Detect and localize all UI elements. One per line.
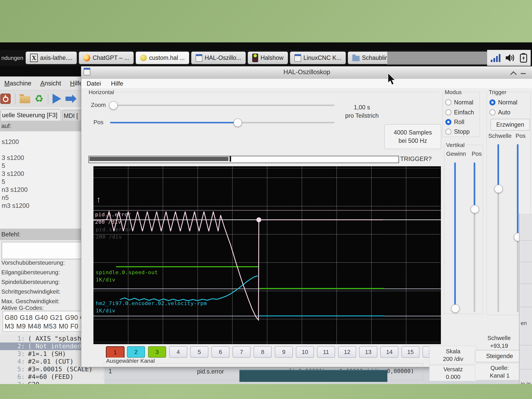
- toolbar-separator: [15, 93, 15, 104]
- gcode-line[interactable]: 6:#4=60 (FEED): [0, 373, 104, 381]
- channel-button-12[interactable]: 12: [338, 346, 356, 358]
- pos-slider-handle[interactable]: [234, 119, 242, 127]
- menu-ansicht[interactable]: Ansicht: [40, 80, 61, 87]
- signal-icon[interactable]: [490, 53, 501, 62]
- volume-icon[interactable]: [505, 53, 515, 62]
- trigger-force-button[interactable]: Erzwingen: [491, 119, 530, 131]
- mdi-history-entry[interactable]: 3 s1200: [2, 154, 24, 161]
- gewinn-slider-fill: [454, 162, 456, 309]
- trigger-normal-radio[interactable]: Normal: [489, 99, 517, 106]
- modus-roll-radio[interactable]: Roll: [445, 119, 464, 126]
- modus-einfach-radio[interactable]: Einfach: [445, 109, 474, 116]
- radio-icon[interactable]: [489, 109, 495, 115]
- record-position-bar[interactable]: [89, 156, 399, 163]
- record-position-fill: [89, 157, 228, 161]
- trigger-point-dot: [256, 217, 261, 222]
- menu-hilfe[interactable]: Hilfe: [111, 80, 123, 87]
- minimize-icon[interactable]: [521, 73, 526, 74]
- radio-selected-icon[interactable]: [445, 119, 451, 125]
- vertikal-pos-slider-handle[interactable]: [471, 205, 479, 213]
- scope-trace-ch2-trace-pre: [120, 276, 258, 301]
- gcode-line-number: 1:: [0, 335, 28, 342]
- mdi-history-entry[interactable]: m3 s1200: [2, 202, 29, 209]
- open-file-button[interactable]: [20, 96, 30, 103]
- channel-button-14[interactable]: 14: [380, 346, 398, 358]
- run-button[interactable]: [52, 94, 61, 104]
- mdi-history-entry[interactable]: 3 s1200: [2, 170, 24, 177]
- edge-select-button[interactable]: Steigende: [475, 350, 524, 362]
- trigger-source-box: Quelle:Kanal 1: [475, 363, 524, 380]
- step-button[interactable]: [65, 97, 72, 101]
- channel-button-2[interactable]: 2: [127, 346, 145, 358]
- gcode-line[interactable]: 7:G20: [0, 381, 104, 384]
- samples-button[interactable]: 4000 Samples bei 500 Hz: [384, 124, 441, 149]
- modus-normal-radio[interactable]: Normal: [445, 99, 473, 106]
- channel-button-5[interactable]: 5: [190, 346, 208, 358]
- channel-button-9[interactable]: 9: [275, 346, 293, 358]
- radio-selected-icon[interactable]: [489, 99, 495, 105]
- applications-menu[interactable]: ndungen: [0, 55, 25, 61]
- gcode-line-number: 4:: [0, 358, 28, 365]
- gewinn-slider-handle[interactable]: [451, 304, 460, 313]
- task-button[interactable]: Xaxis-lathe....: [25, 51, 77, 64]
- task-button[interactable]: ChatGPT – ...: [79, 51, 133, 64]
- radio-icon[interactable]: [445, 129, 451, 135]
- zoom-slider-handle[interactable]: [109, 101, 118, 110]
- skala-box: Skala200 /div: [429, 346, 477, 364]
- tab-manual-control[interactable]: uelle Steuerung [F3]: [0, 109, 61, 121]
- schwelle-slider-handle[interactable]: [494, 185, 503, 193]
- feed-override-label: Vorschubübersteuerung:: [1, 259, 65, 266]
- gcode-line-text: #2=.01 (CUT): [28, 358, 74, 365]
- record-position-tick: [230, 156, 231, 162]
- channel-button-11[interactable]: 11: [317, 346, 335, 358]
- channel2-name-label: hm2_7i97.0.encoder.02.velocity-rpm: [96, 300, 207, 306]
- channel-button-7[interactable]: 7: [233, 346, 251, 358]
- mdi-history-entry[interactable]: n3 s1200: [2, 186, 28, 193]
- channel-button-6[interactable]: 6: [211, 346, 229, 358]
- channel-button-10[interactable]: 10: [296, 346, 314, 358]
- channel-button-3[interactable]: 3: [148, 346, 166, 358]
- background-window-edge: [239, 370, 387, 382]
- menu-maschine[interactable]: Maschine: [4, 80, 32, 87]
- task-button[interactable]: LinuxCNC K...: [290, 51, 346, 64]
- reload-button[interactable]: ♻: [35, 94, 44, 104]
- mdi-history-entry[interactable]: 5: [2, 178, 5, 185]
- window-icon: [196, 54, 202, 62]
- modus-stopp-radio[interactable]: Stopp: [445, 128, 470, 135]
- zoom-label: Zoom: [91, 101, 106, 108]
- schwelle-label: Schwelle: [488, 133, 512, 139]
- trigger-auto-radio[interactable]: Auto: [489, 109, 510, 116]
- spindle-override-label: Spindelübersteuerung:: [1, 279, 60, 285]
- channel-button-8[interactable]: 8: [254, 346, 272, 358]
- task-button[interactable]: Halshow: [248, 51, 288, 64]
- tab-mdi[interactable]: MDI [: [62, 110, 82, 121]
- menu-datei[interactable]: Datei: [87, 80, 101, 87]
- channel3-scale-label: 1K/div: [96, 277, 115, 283]
- channel-button-13[interactable]: 13: [359, 346, 377, 358]
- task-button[interactable]: HAL-Oszillo...: [191, 51, 246, 64]
- channel-button-1[interactable]: 1: [106, 346, 125, 358]
- pos-slider-fill: [110, 122, 238, 123]
- active-gcodes-label: Aktive G-Codes:: [1, 304, 44, 311]
- mdi-history-entry[interactable]: s1200: [2, 138, 19, 146]
- zoom-slider[interactable]: [110, 105, 335, 106]
- halshow-window-fragment: en io.in io.ou NICH: [519, 214, 532, 384]
- radio-icon[interactable]: [445, 99, 451, 105]
- system-tray: [487, 50, 531, 66]
- radio-icon[interactable]: [445, 109, 451, 115]
- channel3-name-label: spindle.0.speed-out: [96, 269, 158, 275]
- estop-power-button[interactable]: [0, 94, 11, 104]
- battery-icon[interactable]: [520, 53, 527, 63]
- selected-channel-number: 1: [108, 368, 112, 375]
- task-button[interactable]: custom.hal ...: [136, 51, 189, 64]
- channel-button-4[interactable]: 4: [169, 346, 187, 358]
- mdi-history-entry[interactable]: n5: [2, 194, 9, 201]
- hal-titlebar[interactable]: HAL-Oszilloskop: [81, 66, 532, 79]
- gcode-line-number: 3:: [0, 350, 28, 358]
- scope-display[interactable]: ↑ pid.s.error 200 /div pid.s.error 200 /…: [93, 166, 441, 344]
- selected-channel-name[interactable]: pid.s.error: [197, 368, 224, 375]
- mdi-history-entry[interactable]: 5: [2, 162, 5, 169]
- gcode-line-text: #4=60 (FEED): [28, 373, 74, 381]
- menu-hilfe[interactable]: Hilfe: [70, 80, 83, 87]
- channel-button-15[interactable]: 15: [401, 346, 419, 358]
